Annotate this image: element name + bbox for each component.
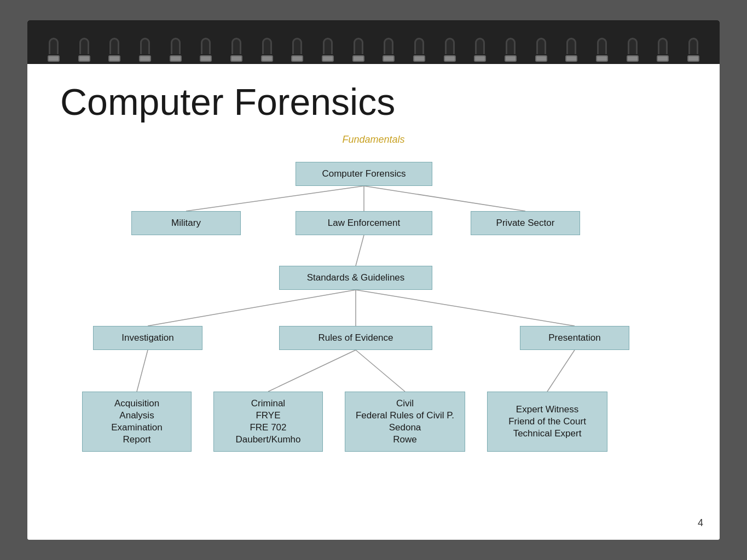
diagram: Computer ForensicsMilitaryLaw Enforcemen… — [60, 162, 687, 501]
slide-content: Computer Forensics Fundamentals Computer… — [27, 64, 720, 540]
box-civil: Civil Federal Rules of Civil P. Sedona R… — [345, 392, 465, 452]
box-presentation: Presentation — [520, 326, 629, 350]
box-criminal: Criminal FRYE FRE 702 Daubert/Kumho — [213, 392, 323, 452]
page-number: 4 — [698, 517, 703, 529]
spiral-binding — [27, 20, 720, 64]
box-standards: Standards & Guidelines — [279, 266, 432, 290]
box-rules: Rules of Evidence — [279, 326, 432, 350]
box-private: Private Sector — [471, 211, 580, 235]
box-expert: Expert Witness Friend of the Court Techn… — [487, 392, 607, 452]
spiral-rings — [27, 38, 720, 62]
slide-title: Computer Forensics — [60, 80, 687, 123]
boxes-layer: Computer ForensicsMilitaryLaw Enforcemen… — [60, 162, 687, 501]
box-military: Military — [131, 211, 241, 235]
box-lawenf: Law Enforcement — [296, 211, 432, 235]
slide-subtitle: Fundamentals — [60, 134, 687, 145]
box-investigation: Investigation — [93, 326, 202, 350]
slide-container: Computer Forensics Fundamentals Computer… — [27, 20, 720, 540]
box-acquisition: Acquisition Analysis Examination Report — [82, 392, 192, 452]
box-root: Computer Forensics — [296, 162, 432, 186]
